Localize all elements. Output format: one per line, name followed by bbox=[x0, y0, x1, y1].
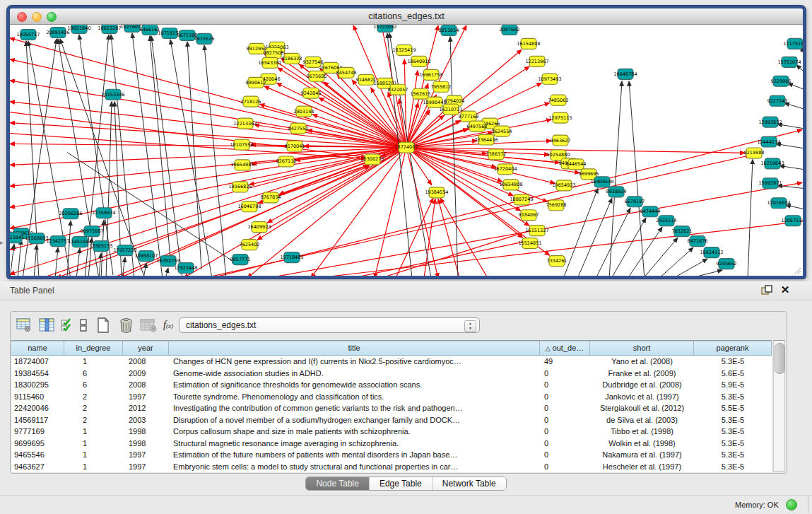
graph-node[interactable]: 6466161 bbox=[140, 25, 160, 35]
graph-node[interactable]: 20891406 bbox=[46, 27, 69, 37]
graph-node[interactable]: 16210643 bbox=[760, 158, 784, 169]
graph-node[interactable]: 90975887 bbox=[80, 226, 103, 237]
cell-name[interactable]: 9777169 bbox=[11, 426, 64, 438]
tab-edge-table[interactable]: Edge Table bbox=[370, 477, 433, 490]
canvas-resize-grip[interactable] bbox=[793, 266, 801, 274]
network-canvas[interactable]: 1872400789129541422606398275081654338281… bbox=[10, 25, 803, 276]
graph-node[interactable]: 15718485 bbox=[280, 252, 303, 263]
graph-edge[interactable] bbox=[643, 238, 678, 276]
tab-node-table[interactable]: Node Table bbox=[306, 477, 370, 490]
column-header-pagerank[interactable]: pagerank bbox=[694, 341, 772, 355]
cell-name[interactable]: 9699695 bbox=[11, 438, 64, 450]
graph-edge[interactable] bbox=[151, 36, 182, 276]
graph-node[interactable]: 12093832 bbox=[758, 117, 782, 127]
table-row[interactable]: 946554611997Estimation of the future num… bbox=[11, 449, 772, 461]
cell-in-degree[interactable]: 1 bbox=[64, 438, 123, 450]
graph-edge[interactable] bbox=[406, 148, 555, 184]
cell-year[interactable]: 1997 bbox=[123, 461, 169, 473]
cell-year[interactable]: 1997 bbox=[123, 391, 169, 403]
graph-node[interactable]: 9857771 bbox=[230, 255, 251, 265]
table-row[interactable]: 1830029562008Estimation of significance … bbox=[11, 379, 772, 391]
graph-node[interactable]: 12213967 bbox=[525, 56, 548, 66]
cell-year[interactable]: 1998 bbox=[123, 426, 169, 438]
new-table-button[interactable] bbox=[94, 316, 112, 334]
graph-node[interactable]: 16543382 bbox=[258, 57, 281, 68]
graph-node[interactable]: 7615526 bbox=[194, 33, 215, 44]
cell-name[interactable]: 19384554 bbox=[11, 368, 64, 380]
graph-edge[interactable] bbox=[99, 253, 101, 276]
table-settings-button[interactable] bbox=[15, 316, 33, 334]
graph-node[interactable]: 20153346 bbox=[101, 89, 124, 100]
table-row[interactable]: 911546021997Tourette syndrome. Phenomeno… bbox=[11, 391, 772, 403]
table-row[interactable]: 2242004622012Investigating the contribut… bbox=[11, 402, 772, 414]
cell-name[interactable]: 9465546 bbox=[11, 449, 64, 461]
cell-pagerank[interactable]: 5.3E-5 bbox=[694, 414, 772, 426]
window-titlebar[interactable]: citations_edges.txt bbox=[10, 8, 803, 25]
cell-title[interactable]: Changes of HCN gene expression and I(f) … bbox=[169, 356, 540, 368]
graph-edge[interactable] bbox=[111, 35, 134, 276]
cell-pagerank[interactable]: 5.6E-5 bbox=[694, 368, 772, 380]
cell-title[interactable]: Corpus callosum shape and size in male p… bbox=[169, 426, 540, 438]
cell-in-degree[interactable]: 2 bbox=[64, 414, 123, 426]
graph-node[interactable]: 12444134 bbox=[757, 136, 780, 147]
graph-node[interactable]: 16154808 bbox=[517, 38, 540, 49]
graph-node[interactable]: 5675685 bbox=[307, 71, 327, 81]
cell-short[interactable]: Nakamura et al. (1997) bbox=[590, 449, 694, 461]
cell-name[interactable]: 18724007 bbox=[11, 356, 64, 368]
graph-node[interactable]: 8938924 bbox=[606, 187, 627, 197]
cell-out-de-[interactable]: 0 bbox=[540, 402, 590, 414]
graph-edge[interactable] bbox=[143, 263, 146, 276]
table-scrollbar-track[interactable] bbox=[773, 340, 785, 472]
graph-edge[interactable] bbox=[204, 45, 226, 276]
cell-pagerank[interactable]: 5.3E-5 bbox=[694, 391, 772, 403]
graph-node[interactable]: 12213363 bbox=[233, 118, 257, 129]
graph-edge[interactable] bbox=[264, 86, 406, 148]
graph-node[interactable]: 9267110 bbox=[276, 156, 297, 167]
graph-node[interactable]: 9227343 bbox=[767, 95, 788, 106]
graph-node[interactable]: 9890612 bbox=[246, 77, 266, 88]
graph-node[interactable]: 8322057 bbox=[388, 84, 408, 95]
cell-pagerank[interactable]: 5.5E-5 bbox=[694, 402, 772, 414]
graph-node[interactable]: 12067534 bbox=[781, 216, 803, 226]
graph-edge[interactable] bbox=[440, 198, 488, 276]
cell-name[interactable]: 14569117 bbox=[11, 414, 64, 426]
cell-short[interactable]: Hescheler et al. (1997) bbox=[590, 461, 694, 473]
graph-node[interactable]: 9170041 bbox=[285, 141, 305, 151]
graph-edge[interactable] bbox=[438, 199, 459, 276]
graph-edge[interactable] bbox=[18, 240, 21, 276]
cell-out-de-[interactable]: 0 bbox=[540, 438, 590, 450]
graph-edge[interactable] bbox=[150, 36, 171, 265]
graph-edge[interactable] bbox=[628, 227, 662, 276]
cell-year[interactable]: 2012 bbox=[123, 402, 169, 414]
cell-title[interactable]: Estimation of significance thresholds fo… bbox=[169, 379, 540, 391]
left-panel-toggle-icon[interactable]: ▸ bbox=[0, 239, 4, 246]
table-row[interactable]: 1938455462009Genome-wide association stu… bbox=[11, 368, 772, 380]
graph-edge[interactable] bbox=[611, 218, 646, 276]
graph-edge[interactable] bbox=[55, 247, 58, 276]
cell-out-de-[interactable]: 49 bbox=[540, 356, 590, 368]
float-panel-icon[interactable] bbox=[761, 285, 772, 296]
graph-node[interactable]: 19654985 bbox=[230, 160, 254, 170]
show-column-button[interactable] bbox=[37, 316, 56, 334]
graph-node[interactable]: 19051840 bbox=[67, 25, 90, 33]
graph-node[interactable]: 19384554 bbox=[425, 187, 448, 198]
delete-table-button-disabled[interactable] bbox=[139, 316, 158, 334]
graph-node[interactable]: 18325419 bbox=[392, 45, 416, 55]
table-row[interactable]: 1456911722003Disruption of a novel membe… bbox=[11, 414, 772, 426]
cell-short[interactable]: Stergiakouli et al. (2012) bbox=[590, 402, 694, 414]
cell-in-degree[interactable]: 2 bbox=[64, 402, 123, 414]
select-attributes-button[interactable] bbox=[60, 316, 73, 334]
graph-node[interactable]: 7485063 bbox=[548, 95, 569, 105]
column-header-title[interactable]: title bbox=[169, 341, 540, 355]
graph-node[interactable]: 6679197 bbox=[625, 197, 645, 207]
cell-pagerank[interactable]: 5.3E-5 bbox=[694, 461, 772, 473]
graph-node[interactable]: 10973493 bbox=[538, 74, 561, 84]
graph-node[interactable]: 2935114 bbox=[657, 216, 677, 226]
cell-pagerank[interactable]: 5.3E-5 bbox=[694, 438, 772, 450]
table-row[interactable]: 946362711997Embryonic stem cells: a mode… bbox=[11, 461, 772, 473]
cell-pagerank[interactable]: 5.3E-5 bbox=[694, 426, 772, 438]
graph-node[interactable]: 9446544 bbox=[566, 159, 587, 170]
graph-edge[interactable] bbox=[187, 42, 201, 269]
cell-in-degree[interactable]: 6 bbox=[64, 368, 123, 380]
cell-name[interactable]: 18300295 bbox=[11, 379, 64, 391]
